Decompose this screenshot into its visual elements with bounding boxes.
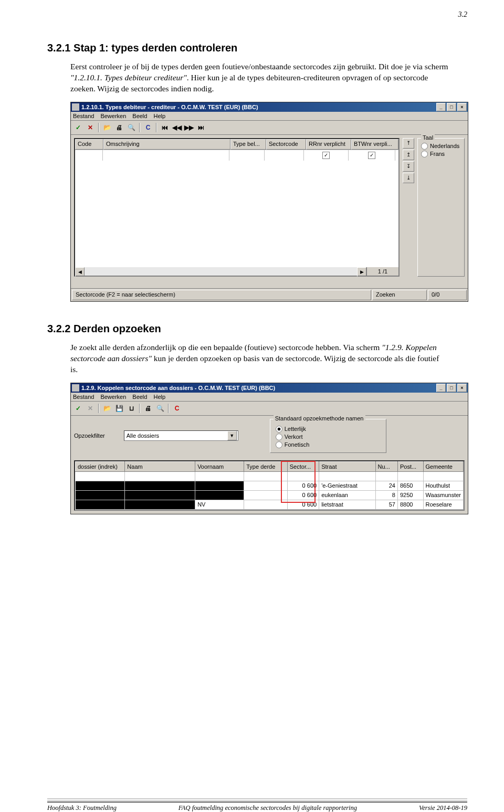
preview-icon[interactable]: 🔍 — [126, 122, 136, 133]
groupbox-legend: Taal — [421, 134, 435, 141]
chevron-down-icon[interactable]: ▼ — [227, 431, 237, 440]
section-heading-1: 3.2.1 Stap 1: types derden controleren — [47, 42, 467, 54]
table-row[interactable]: ✓ ✓ — [75, 150, 398, 161]
trash-icon[interactable]: ⊔ — [126, 403, 136, 414]
menu-bewerken[interactable]: Bewerken — [100, 394, 126, 400]
search-method-groupbox: Standaard opzoekmethode namen Letterlijk… — [270, 419, 386, 453]
screenshot-koppelen-sectorcode: 1.2.9. Koppelen sectorcode aan dossiers … — [70, 383, 468, 514]
page-number: 3.2 — [458, 10, 468, 19]
toolbar: ✓ ✕ 📂 🖨 🔍 C ⏮ ◀◀ ▶▶ ⏭ — [71, 121, 468, 135]
table-header: dossier (indrek) Naam Voornaam Type derd… — [76, 461, 464, 471]
checkbox-icon[interactable]: ✓ — [368, 152, 375, 159]
nav-first-icon[interactable]: ⏮ — [160, 122, 170, 133]
col-straat[interactable]: Straat — [319, 461, 375, 471]
statusbar: Sectorcode (F2 = naar selectiescherm) Zo… — [71, 288, 468, 301]
section-heading-2: 3.2.2 Derden opzoeken — [47, 323, 467, 335]
section2-paragraph: Je zoekt alle derden afzonderlijk op die… — [70, 342, 448, 375]
table-row[interactable]: NV 0 600 lietstraat 57 8800 Roeselare — [76, 500, 464, 509]
section1-paragraph: Eerst controleer je of bij de types derd… — [70, 61, 448, 94]
app-icon — [72, 103, 79, 111]
groupbox-legend: Standaard opzoekmethode namen — [274, 415, 365, 421]
col-nu[interactable]: Nu... — [375, 461, 397, 471]
col-gemeente[interactable]: Gemeente — [423, 461, 463, 471]
menu-bewerken[interactable]: Bewerken — [100, 113, 126, 119]
minimize-button[interactable]: _ — [436, 384, 446, 392]
confirm-icon[interactable]: ✓ — [73, 122, 83, 133]
nav-prev-icon[interactable]: ◀◀ — [172, 122, 182, 133]
col-naam[interactable]: Naam — [125, 461, 195, 471]
print-icon[interactable]: 🖨 — [143, 403, 153, 414]
col-sector[interactable]: Sector... — [287, 461, 319, 471]
footer-center: FAQ foutmelding economische sectorcodes … — [178, 804, 357, 812]
col-sectorcode[interactable]: Sectorcode — [266, 139, 306, 150]
move-bottom-icon[interactable]: ⤓ — [403, 173, 414, 183]
menu-bestand[interactable]: Bestand — [73, 394, 94, 400]
cancel-icon[interactable]: ✕ — [85, 122, 96, 133]
app-icon — [72, 384, 79, 392]
col-dossier[interactable]: dossier (indrek) — [76, 461, 125, 471]
menu-beeld[interactable]: Beeld — [132, 113, 147, 119]
table-row[interactable]: 0 600 eukenlaan 8 9250 Waasmunster — [76, 490, 464, 500]
col-typebel[interactable]: Type bel... — [230, 139, 266, 150]
scroll-left-icon[interactable]: ◀ — [75, 267, 85, 277]
save-icon[interactable]: 💾 — [114, 403, 124, 414]
toolbar: ✓ ✕ 📂 💾 ⊔ 🖨 🔍 C — [71, 402, 468, 416]
maximize-button[interactable]: □ — [447, 103, 456, 111]
open-icon[interactable]: 📂 — [102, 403, 112, 414]
titlebar[interactable]: 1.2.10.1. Types debiteur - crediteur - O… — [71, 102, 468, 112]
col-typederde[interactable]: Type derde — [244, 461, 288, 471]
window-title: 1.2.10.1. Types debiteur - crediteur - O… — [81, 104, 436, 110]
radio-fonetisch[interactable]: Fonetisch — [276, 441, 381, 448]
col-voornaam[interactable]: Voornaam — [195, 461, 244, 471]
radio-nederlands[interactable]: Nederlands — [421, 143, 461, 150]
menu-help[interactable]: Help — [153, 113, 165, 119]
checkbox-icon[interactable]: ✓ — [322, 152, 330, 159]
nav-next-icon[interactable]: ▶▶ — [184, 122, 194, 133]
filter-combo[interactable]: Alle dossiers ▼ — [124, 430, 238, 441]
maximize-button[interactable]: □ — [447, 384, 456, 392]
open-icon[interactable]: 📂 — [102, 122, 112, 133]
radio-verkort[interactable]: Verkort — [276, 434, 381, 440]
language-groupbox: Taal Nederlands Frans — [417, 138, 465, 277]
menu-bestand[interactable]: Bestand — [73, 113, 94, 119]
close-button[interactable]: × — [457, 103, 467, 111]
cancel-icon[interactable]: ✕ — [85, 403, 96, 414]
titlebar[interactable]: 1.2.9. Koppelen sectorcode aan dossiers … — [71, 383, 468, 393]
radio-letterlijk[interactable]: Letterlijk — [276, 426, 381, 433]
data-grid[interactable]: dossier (indrek) Naam Voornaam Type derd… — [74, 460, 465, 511]
move-top-icon[interactable]: ⤒ — [403, 138, 414, 149]
col-post[interactable]: Post... — [397, 461, 423, 471]
status-zoeken: Zoeken — [372, 290, 427, 300]
menubar: Bestand Bewerken Beeld Help — [71, 393, 468, 402]
minimize-button[interactable]: _ — [436, 103, 446, 111]
page-footer: Hoofdstuk 3: Foutmelding FAQ foutmelding… — [47, 802, 467, 812]
confirm-icon[interactable]: ✓ — [73, 403, 83, 414]
move-down-icon[interactable]: ↧ — [403, 161, 414, 172]
refresh-icon[interactable]: C — [172, 403, 182, 414]
nav-last-icon[interactable]: ⏭ — [196, 122, 206, 133]
col-omschrijving[interactable]: Omschrijving — [103, 139, 230, 150]
menu-help[interactable]: Help — [153, 394, 165, 400]
record-counter: 1 /1 — [366, 267, 398, 276]
preview-icon[interactable]: 🔍 — [155, 403, 165, 414]
refresh-icon[interactable]: C — [143, 122, 153, 133]
radio-frans[interactable]: Frans — [421, 151, 461, 157]
filter-row[interactable] — [76, 471, 464, 481]
move-up-icon[interactable]: ↥ — [403, 150, 414, 160]
menubar: Bestand Bewerken Beeld Help — [71, 112, 468, 121]
horizontal-scrollbar[interactable]: ◀ ▶ 1 /1 — [75, 267, 398, 276]
col-btwnr[interactable]: BTWnr verpli... — [351, 139, 398, 150]
col-code[interactable]: Code — [75, 139, 103, 150]
status-count: 0/0 — [428, 290, 467, 300]
data-grid[interactable]: Code Omschrijving Type bel... Sectorcode… — [74, 138, 400, 277]
menu-beeld[interactable]: Beeld — [132, 394, 147, 400]
close-button[interactable]: × — [457, 384, 467, 392]
col-rrnr[interactable]: RRnr verplicht — [306, 139, 351, 150]
footer-right: Versie 2014-08-19 — [419, 804, 467, 812]
scroll-right-icon[interactable]: ▶ — [357, 267, 366, 277]
status-left: Sectorcode (F2 = naar selectiescherm) — [72, 290, 371, 300]
table-row[interactable]: 0 600 'e-Geniestraat 24 8650 Houthulst — [76, 481, 464, 490]
filter-label: Opzoekfilter — [74, 433, 105, 439]
side-buttons: ⤒ ↥ ↧ ⤓ — [403, 138, 414, 277]
print-icon[interactable]: 🖨 — [114, 122, 124, 133]
